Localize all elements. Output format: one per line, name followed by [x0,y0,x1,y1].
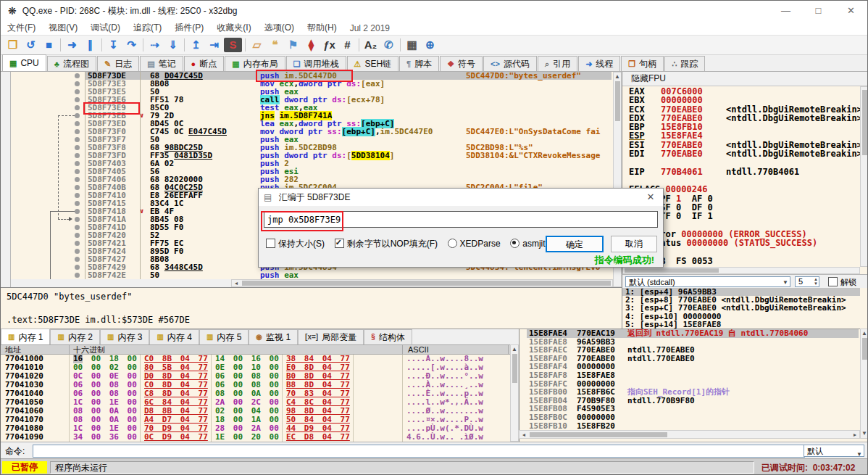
menu-item-3[interactable]: 追踪(T) [127,22,168,34]
function-icon[interactable]: ƒx [320,36,338,54]
restart-icon[interactable]: ↺ [22,36,40,54]
tab-watch-1[interactable]: ◉监视 1 [249,329,298,344]
ok-button[interactable]: 确定 [546,236,604,252]
breakpoint-dot[interactable] [75,73,80,78]
label-icon[interactable]: ⚑ [284,36,302,54]
cancel-button[interactable]: 取消 [611,236,657,252]
tab-references[interactable]: ⌕引用 [538,56,577,71]
tab-source[interactable]: <>源代码 [483,56,537,71]
disasm-horizontal-scrollbar[interactable]: ◂ [231,279,613,287]
calculator-icon[interactable]: ▦ [403,36,421,54]
checkbox-checked-icon[interactable] [335,239,344,248]
tab-memory-map[interactable]: ▦内存布局 [225,56,285,71]
breakpoint-dot[interactable] [75,113,80,118]
menu-item-5[interactable]: 收藏夹(I) [210,22,257,34]
checkbox-icon[interactable] [266,239,275,248]
breakpoint-dot[interactable] [75,137,80,142]
memory-dump-view[interactable]: 7704100016 00 18 00C0 8B 04 7714 00 16 0… [1,355,510,442]
run-to-cursor-icon[interactable]: ⇢ [146,36,164,54]
stack-vertical-scrollbar[interactable]: ▲ ▼ [860,329,868,439]
stack-row[interactable]: 15E8FAF400000000 [519,363,868,371]
tab-dump-1[interactable]: ▥内存 1 [1,329,50,344]
breakpoint-dot[interactable] [75,193,80,198]
assemble-instruction-input[interactable] [264,211,658,228]
tab-seh-chain[interactable]: ⚠SEH链 [347,56,399,71]
stack-view[interactable]: 15E8FAE4770EAC19返回到 ntdll.770EAC19 自 ntd… [519,329,868,442]
tab-trace[interactable]: ∴跟踪 [664,56,705,71]
tab-notes[interactable]: ▤笔记 [140,56,183,71]
disasm-row[interactable]: 5D8F742E50push eax [11,271,613,279]
breakpoint-dot[interactable] [75,169,80,174]
registers-horizontal-scrollbar[interactable] [622,267,860,274]
stop-icon[interactable]: ■ [40,36,58,54]
menu-item-6[interactable]: 选项(O) [258,22,301,34]
step-into-icon[interactable]: ↧ [104,36,122,54]
tab-breakpoints[interactable]: ●断点 [184,56,225,71]
registers-vertical-scrollbar[interactable] [860,86,868,267]
tab-graph[interactable]: ♣流程图 [47,56,96,71]
trace-into-icon[interactable]: ⇓ [164,36,182,54]
tab-dump-5[interactable]: ▥内存 5 [199,329,249,344]
stack-row[interactable]: 15E8FB1015E8FB20 [519,422,868,431]
command-type-select[interactable]: 默认▼ [804,445,864,457]
breakpoint-dot[interactable] [75,105,80,110]
minimize-button[interactable]: — [769,1,802,21]
tab-dump-3[interactable]: ▥内存 3 [100,329,149,344]
tab-script[interactable]: ¶脚本 [399,56,439,71]
argument-row[interactable]: 5: [esp+14] 15E8FAE8 [622,321,860,329]
stack-row[interactable]: 15E8FAF0770EABE0ntdll.770EABE0 [519,355,868,363]
breakpoint-dot[interactable] [75,153,80,158]
tab-cpu[interactable]: ▦CPU [2,54,46,71]
breakpoint-dot[interactable] [75,233,80,238]
menu-item-0[interactable]: 文件(F) [1,22,42,34]
breakpoint-dot[interactable] [75,185,80,190]
breakpoint-dot[interactable] [75,177,80,182]
keep-size-checkbox[interactable]: 保持大小(S) [266,238,325,250]
dump-vertical-scrollbar[interactable]: ▲ [510,344,519,442]
menu-item-4[interactable]: 插件(P) [168,22,210,34]
breakpoint-dot[interactable] [75,145,80,150]
tab-symbols[interactable]: ❖符号 [440,56,483,71]
breakpoint-dot[interactable] [75,161,80,166]
maximize-button[interactable]: □ [802,1,835,21]
stack-row[interactable]: 15E8FB0C00000000 [519,413,868,422]
radio-selected-icon[interactable] [510,239,519,248]
arg-count-stepper[interactable]: 5 ▲▼ [795,276,819,287]
stack-row[interactable]: 15E8FAF815E8FAE8 [519,371,868,380]
scylla-icon[interactable]: S [224,38,242,52]
breakpoint-dot[interactable] [75,249,80,254]
unlock-checkbox[interactable]: 解锁 [828,277,856,288]
stack-row[interactable]: 15E8FB0015E8FB6C指向SEH_Record[1]的指针 [519,388,868,397]
breakpoint-dot[interactable] [75,201,80,206]
menu-item-2[interactable]: 调试(D) [84,22,127,34]
dialog-close-icon[interactable]: ✕ [638,189,663,206]
stack-horizontal-scrollbar[interactable]: ◂ ▸ [519,430,860,439]
tab-dump-2[interactable]: ▥内存 2 [50,329,99,344]
az-icon[interactable]: A₂ [362,36,380,54]
calling-convention-select[interactable]: 默认 (stdcall)▼ [625,276,790,287]
asmjit-radio[interactable]: asmjit [510,239,545,249]
notes-device-icon[interactable]: ✆ [380,36,398,54]
close-button[interactable]: ✕ [835,1,867,21]
stack-arguments-panel[interactable]: 1: [esp+4] 96A59BB32: [esp+8] 770EABE0 <… [622,288,860,329]
comment-icon[interactable]: ❝ [266,36,284,54]
breakpoint-dot[interactable] [75,257,80,262]
menu-item-7[interactable]: 帮助(H) [301,22,343,34]
pause-icon[interactable]: ∥ [81,36,99,54]
hide-fpu-button[interactable]: 隐藏FPU [622,72,868,86]
breakpoint-dot[interactable] [75,265,80,270]
menu-item-1[interactable]: 视图(V) [42,22,84,34]
bookmark-icon[interactable]: ⧫ [302,36,320,54]
breakpoint-dot[interactable] [75,89,80,94]
stack-row[interactable]: 15E8FAE4770EAC19返回到 ntdll.770EAC19 自 ntd… [519,329,868,338]
dump-row[interactable]: 7704109034 00 36 000C D9 04 771E 00 20 0… [1,433,510,442]
command-input[interactable] [33,445,805,458]
patch-icon[interactable]: ▱ [248,36,266,54]
tab-struct[interactable]: §结构体 [364,329,412,344]
tab-handles[interactable]: ❒句柄 [621,56,664,71]
breakpoint-dot[interactable] [75,273,80,278]
argument-row[interactable]: 3: [esp+C] 770EABE0 <ntdll.DbgUiRemoteBr… [622,304,860,312]
step-over-icon[interactable]: ↷ [122,36,141,54]
globe-icon[interactable]: ⊕ [421,36,439,54]
open-file-icon[interactable]: ❐ [4,36,22,54]
